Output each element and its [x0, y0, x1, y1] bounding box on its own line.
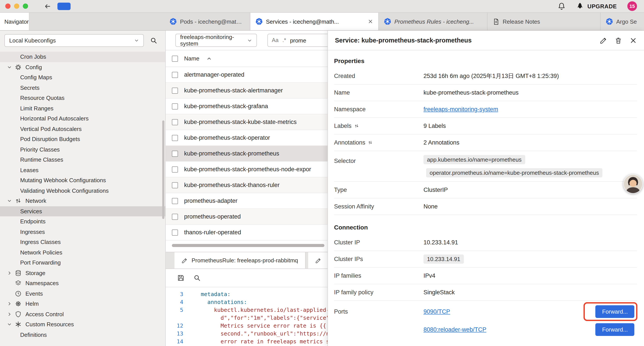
sidebar-item-network-policies[interactable]: Network Policies	[0, 247, 165, 258]
tab-argo[interactable]: Argo Se	[600, 13, 644, 30]
sidebar-item-validating-webhook-configurations[interactable]: Validating Webhook Configurations	[0, 185, 165, 196]
ip-families-label: IP families	[334, 272, 361, 279]
delete-trash-icon[interactable]	[615, 36, 622, 44]
row-checkbox[interactable]	[172, 182, 178, 188]
user-avatar[interactable]	[624, 174, 643, 194]
row-checkbox[interactable]	[172, 198, 178, 204]
expand-toggle-icon[interactable]	[354, 123, 359, 128]
sidebar-item-resource-quotas[interactable]: Resource Quotas	[0, 93, 165, 103]
forward-button-8080[interactable]: Forward...	[596, 323, 634, 336]
search-icon[interactable]	[150, 37, 158, 44]
row-checkbox[interactable]	[172, 214, 178, 220]
sidebar-item-services[interactable]: Services	[0, 206, 165, 216]
sidebar-item-secrets[interactable]: Secrets	[0, 82, 165, 93]
chevron-down-icon	[7, 65, 12, 70]
session-affinity-value: None	[424, 203, 637, 210]
namespace-link[interactable]: freeleaps-monitoring-system	[424, 106, 498, 113]
sidebar-item-definitions[interactable]: Definitions	[0, 330, 165, 340]
notification-count-badge[interactable]: 15	[627, 1, 637, 11]
sidebar-item-namespaces[interactable]: Namespaces	[0, 278, 165, 288]
dock-tab-prometheusrule[interactable]: PrometheusRule: freeleaps-prod-rabbitmq	[174, 252, 306, 269]
sidebar-item-limit-ranges[interactable]: Limit Ranges	[0, 103, 165, 113]
save-icon[interactable]	[177, 274, 184, 282]
sidebar-item-label: Ingress Classes	[20, 239, 61, 246]
horizontal-scrollbar[interactable]	[172, 244, 324, 247]
row-checkbox[interactable]	[172, 103, 178, 109]
port-link-9090[interactable]: 9090/TCP	[424, 308, 450, 315]
sidebar-item-config-maps[interactable]: Config Maps	[0, 72, 165, 82]
port-link-8080[interactable]: 8080:reloader-web/TCP	[424, 326, 486, 333]
tab-label: Argo Se	[616, 18, 637, 25]
sidebar-item-custom-resources[interactable]: Custom Resources	[0, 319, 165, 330]
select-all-checkbox[interactable]	[172, 55, 178, 61]
match-case-toggle[interactable]: Aa	[272, 37, 278, 43]
type-value: ClusterIP	[424, 187, 637, 193]
sidebar-item-pod-disruption-budgets[interactable]: Pod Disruption Budgets	[0, 134, 165, 144]
properties-heading: Properties	[334, 50, 637, 68]
edit-pencil-icon[interactable]	[600, 36, 607, 44]
sidebar-item-leases[interactable]: Leases	[0, 165, 165, 175]
arrows-up-down-icon	[15, 198, 22, 204]
sidebar-item-horizontal-pod-autoscalers[interactable]: Horizontal Pod Autoscalers	[0, 113, 165, 124]
row-checkbox[interactable]	[172, 87, 178, 93]
row-checkbox[interactable]	[172, 72, 178, 78]
sidebar-item-access-control[interactable]: Access Control	[0, 309, 165, 319]
sidebar-item-runtime-classes[interactable]: Runtime Classes	[0, 155, 165, 165]
namespace-selector-value: freeleaps-monitoring-system	[180, 34, 247, 47]
type-label: Type	[334, 187, 347, 193]
name-column-header[interactable]: Name	[184, 55, 199, 62]
navigator-panel-tab[interactable]: Navigator	[0, 13, 29, 30]
sidebar-item-network[interactable]: Network	[0, 196, 165, 206]
cluster-ips-badge: 10.233.14.91	[424, 255, 464, 264]
tab-services[interactable]: Services - icecheng@math...	[250, 13, 378, 30]
row-checkbox[interactable]	[172, 135, 178, 141]
close-drawer-icon[interactable]	[630, 36, 637, 44]
kubeconfig-selector[interactable]: Local Kubeconfigs	[4, 34, 144, 47]
sidebar-item-vertical-pod-autoscalers[interactable]: Vertical Pod Autoscalers	[0, 124, 165, 134]
code-text: Metrics service error rate is {{ $va	[186, 322, 339, 330]
sidebar-item-ingresses[interactable]: Ingresses	[0, 227, 165, 237]
search-icon[interactable]	[193, 274, 201, 282]
kubeconfig-selector-value: Local Kubeconfigs	[9, 37, 56, 44]
tab-release-notes[interactable]: Release Notes	[487, 13, 600, 30]
close-window-button[interactable]	[5, 3, 10, 9]
chevron-right-icon	[7, 271, 12, 276]
sidebar-item-priority-classes[interactable]: Priority Classes	[0, 144, 165, 155]
sidebar-item-events[interactable]: Events	[0, 288, 165, 299]
minimize-window-button[interactable]	[14, 3, 19, 9]
tab-pods[interactable]: Pods - icecheng@mathmas...	[164, 13, 250, 30]
sidebar-item-endpoints[interactable]: Endpoints	[0, 216, 165, 227]
sidebar-item-label: Ingresses	[20, 229, 45, 235]
chevron-down-icon	[7, 199, 12, 203]
row-checkbox[interactable]	[172, 150, 178, 157]
port-line: 8080:reloader-web/TCP Forward...	[424, 323, 637, 336]
sidebar-item-port-forwarding[interactable]: Port Forwarding	[0, 258, 165, 268]
service-name: kube-prometheus-stack-operator	[184, 134, 270, 141]
sidebar-item-cron-jobs[interactable]: Cron Jobs	[0, 52, 165, 62]
forward-button-9090[interactable]: Forward...	[596, 305, 634, 318]
sidebar-scrollbar[interactable]	[162, 120, 164, 219]
tab-prometheus-rules[interactable]: Prometheus Rules - icecheng...	[378, 13, 487, 30]
row-checkbox[interactable]	[172, 119, 178, 125]
forward-arrow-icon[interactable]	[58, 2, 70, 10]
sidebar-item-config[interactable]: Config	[0, 62, 165, 72]
sidebar-item-label: Resource Quotas	[20, 95, 64, 101]
close-tab-icon[interactable]	[368, 19, 373, 24]
upgrade-button[interactable]: UPGRADE	[576, 2, 617, 10]
row-checkbox[interactable]	[172, 166, 178, 172]
line-number: 5	[166, 306, 186, 314]
namespace-selector[interactable]: freeleaps-monitoring-system	[175, 34, 257, 47]
sidebar-item-storage[interactable]: Storage	[0, 268, 165, 278]
expand-toggle-icon[interactable]	[368, 140, 373, 145]
notifications-bell-icon[interactable]	[558, 2, 566, 10]
maximize-window-button[interactable]	[23, 3, 28, 9]
sidebar-item-ingress-classes[interactable]: Ingress Classes	[0, 237, 165, 247]
regex-toggle[interactable]: .*	[282, 37, 286, 43]
sidebar-item-mutating-webhook-configurations[interactable]: Mutating Webhook Configurations	[0, 175, 165, 185]
tab-bar: Navigator Pods - icecheng@mathmas... Ser…	[0, 13, 644, 31]
row-checkbox[interactable]	[172, 229, 178, 235]
back-arrow-icon[interactable]	[44, 2, 51, 10]
sidebar-item-helm[interactable]: Helm	[0, 299, 165, 309]
type-row: Type ClusterIP	[334, 182, 637, 198]
sort-ascending-icon[interactable]	[206, 56, 212, 61]
